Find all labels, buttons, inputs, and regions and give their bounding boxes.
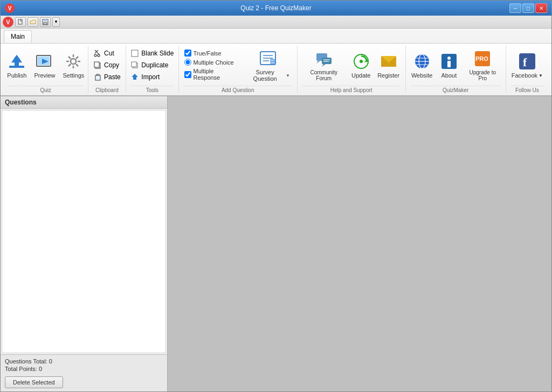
blank-slide-label: Blank Slide xyxy=(141,50,174,57)
facebook-icon: f xyxy=(518,52,537,71)
paste-label: Paste xyxy=(104,73,121,81)
blank-slide-icon xyxy=(130,49,139,58)
help-group-items: Community Forum Update xyxy=(302,46,401,85)
questions-total: Questions Total: 0 xyxy=(5,358,163,365)
upgrade-icon: PRO xyxy=(473,49,492,68)
duplicate-icon xyxy=(130,61,139,69)
settings-button[interactable]: Settings xyxy=(60,50,87,80)
app-icon: V xyxy=(5,3,15,13)
multiple-choice-radio[interactable] xyxy=(184,59,191,66)
close-button[interactable]: ✕ xyxy=(535,3,547,13)
facebook-button[interactable]: f Facebook ▼ xyxy=(509,50,546,80)
clipboard-group-items: Cut Copy xyxy=(91,46,123,85)
website-button[interactable]: Website xyxy=(410,50,434,80)
svg-point-56 xyxy=(447,57,451,60)
svg-text:i: i xyxy=(448,62,450,68)
survey-question-icon xyxy=(258,48,278,68)
publish-label: Publish xyxy=(7,72,26,79)
copy-button[interactable]: Copy xyxy=(91,60,123,71)
update-button[interactable]: Update xyxy=(349,50,373,80)
publish-button[interactable]: Publish xyxy=(4,50,29,80)
upgrade-button[interactable]: PRO Upgrade to Pro xyxy=(464,47,501,83)
question-type-buttons: True/False Multiple Choice Multiple Resp… xyxy=(183,49,238,81)
register-button[interactable]: Register xyxy=(376,50,401,80)
svg-text:f: f xyxy=(523,55,527,69)
multiple-response-label: Multiple Response xyxy=(194,68,237,81)
cut-icon xyxy=(93,49,102,58)
facebook-label: Facebook ▼ xyxy=(512,72,543,79)
blank-slide-button[interactable]: Blank Slide xyxy=(128,48,176,59)
title-bar: V Quiz 2 - Free QuizMaker ─ □ ✕ xyxy=(1,1,551,16)
main-window: V Quiz 2 - Free QuizMaker ─ □ ✕ V ▼ Main xyxy=(0,0,552,392)
community-forum-icon xyxy=(314,49,334,68)
multiple-choice-label: Multiple Choice xyxy=(194,59,234,66)
svg-marker-38 xyxy=(316,61,320,64)
minimize-button[interactable]: ─ xyxy=(509,3,521,13)
save-file-button[interactable] xyxy=(40,17,51,27)
add-question-group-label: Add Question xyxy=(183,86,293,93)
cut-button[interactable]: Cut xyxy=(91,48,123,59)
ribbon-content: Publish Preview xyxy=(1,43,551,96)
add-question-group-items: True/False Multiple Choice Multiple Resp… xyxy=(183,46,293,85)
about-icon: i xyxy=(439,52,459,71)
svg-rect-23 xyxy=(94,62,99,67)
clipboard-group-label: Clipboard xyxy=(93,86,122,93)
survey-question-button[interactable]: Survey Question ▼ xyxy=(243,47,293,83)
tools-buttons: Blank Slide Duplicate xyxy=(128,48,176,82)
duplicate-label: Duplicate xyxy=(141,61,168,69)
community-forum-button[interactable]: Community Forum xyxy=(302,47,346,83)
questions-list[interactable] xyxy=(2,110,166,353)
svg-point-45 xyxy=(360,60,363,63)
update-label: Update xyxy=(351,72,370,79)
about-button[interactable]: i About xyxy=(437,50,461,80)
quick-access-toolbar: V ▼ xyxy=(1,16,551,29)
preview-button[interactable]: Preview xyxy=(31,50,58,80)
new-file-button[interactable] xyxy=(15,17,26,27)
import-button[interactable]: Import xyxy=(128,72,176,82)
multiple-response-option[interactable]: Multiple Response xyxy=(183,67,238,81)
quiz-group-label: Quiz xyxy=(8,86,84,93)
delete-selected-button[interactable]: Delete Selected xyxy=(5,376,63,388)
ribbon-tabs: Main xyxy=(1,29,551,43)
help-group-label: Help and Support xyxy=(302,86,401,93)
svg-rect-3 xyxy=(44,23,47,24)
open-file-button[interactable] xyxy=(27,17,38,27)
ribbon-group-follow: f Facebook ▼ Follow Us xyxy=(506,46,548,93)
ribbon-group-quizmaker: Website i About xyxy=(406,46,506,93)
paste-button[interactable]: Paste xyxy=(91,72,123,82)
svg-rect-25 xyxy=(96,74,99,76)
duplicate-button[interactable]: Duplicate xyxy=(128,60,176,71)
multiple-response-checkbox[interactable] xyxy=(184,71,191,78)
quizmaker-group-items: Website i About xyxy=(410,46,501,85)
title-bar-left: V xyxy=(5,3,15,13)
left-panel: Questions Questions Total: 0 Total Point… xyxy=(1,96,168,391)
multiple-choice-option[interactable]: Multiple Choice xyxy=(183,58,238,66)
tab-main[interactable]: Main xyxy=(4,30,32,43)
svg-point-20 xyxy=(94,54,96,57)
svg-line-14 xyxy=(68,57,71,59)
total-points: Total Points: 0 xyxy=(5,366,163,372)
questions-header: Questions xyxy=(1,96,167,109)
website-label: Website xyxy=(411,72,433,79)
svg-marker-30 xyxy=(132,74,138,80)
import-label: Import xyxy=(141,73,160,81)
survey-dropdown-arrow: ▼ xyxy=(286,73,290,78)
community-forum-label: Community Forum xyxy=(305,69,343,81)
svg-rect-27 xyxy=(132,50,138,57)
paste-icon xyxy=(93,73,102,81)
quick-access-dropdown[interactable]: ▼ xyxy=(52,17,60,27)
tools-group-items: Blank Slide Duplicate xyxy=(128,46,176,85)
svg-rect-26 xyxy=(96,76,100,80)
about-label: About xyxy=(441,72,457,79)
true-false-option[interactable]: True/False xyxy=(183,49,238,57)
upgrade-label: Upgrade to Pro xyxy=(467,69,499,81)
true-false-checkbox[interactable] xyxy=(184,50,191,57)
main-content: Questions Questions Total: 0 Total Point… xyxy=(1,96,551,391)
maximize-button[interactable]: □ xyxy=(522,3,534,13)
import-icon xyxy=(130,73,139,81)
quiz-group-items: Publish Preview xyxy=(4,46,87,85)
cut-label: Cut xyxy=(104,50,114,57)
follow-group-label: Follow Us xyxy=(510,86,544,93)
ribbon: Main Publish xyxy=(1,29,551,96)
survey-question-label: Survey Question ▼ xyxy=(245,69,290,82)
